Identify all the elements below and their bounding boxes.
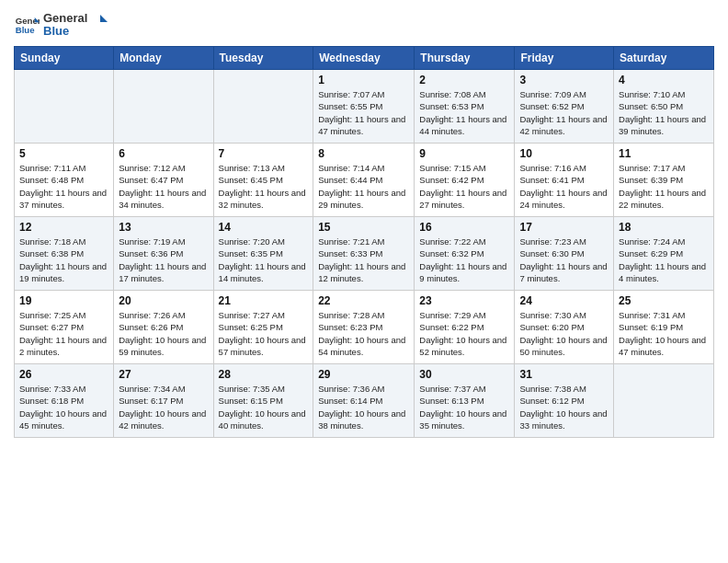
day-info: Sunrise: 7:20 AM Sunset: 6:35 PM Dayligh… xyxy=(219,236,309,284)
day-info: Sunrise: 7:16 AM Sunset: 6:41 PM Dayligh… xyxy=(519,162,609,211)
calendar-cell: 18Sunrise: 7:24 AM Sunset: 6:29 PM Dayli… xyxy=(614,217,714,291)
day-info: Sunrise: 7:08 AM Sunset: 6:53 PM Dayligh… xyxy=(419,88,509,137)
day-number: 24 xyxy=(519,294,609,307)
logo-svg: General Blue xyxy=(43,9,108,39)
day-info: Sunrise: 7:22 AM Sunset: 6:32 PM Dayligh… xyxy=(419,236,509,284)
svg-marker-6 xyxy=(100,15,108,22)
day-info: Sunrise: 7:12 AM Sunset: 6:47 PM Dayligh… xyxy=(119,162,208,211)
calendar-cell: 27Sunrise: 7:34 AM Sunset: 6:17 PM Dayli… xyxy=(114,364,213,438)
calendar-table: SundayMondayTuesdayWednesdayThursdayFrid… xyxy=(14,46,714,438)
calendar-cell: 19Sunrise: 7:25 AM Sunset: 6:27 PM Dayli… xyxy=(15,291,114,364)
calendar-cell xyxy=(114,70,213,144)
day-number: 14 xyxy=(219,221,309,234)
calendar-cell: 29Sunrise: 7:36 AM Sunset: 6:14 PM Dayli… xyxy=(313,364,415,438)
day-number: 2 xyxy=(419,74,509,86)
day-number: 26 xyxy=(19,368,108,381)
calendar-cell xyxy=(213,70,313,144)
day-info: Sunrise: 7:25 AM Sunset: 6:27 PM Dayligh… xyxy=(19,309,108,358)
day-info: Sunrise: 7:19 AM Sunset: 6:36 PM Dayligh… xyxy=(119,236,208,284)
day-number: 16 xyxy=(419,221,509,234)
day-number: 21 xyxy=(219,294,309,307)
calendar-cell: 14Sunrise: 7:20 AM Sunset: 6:35 PM Dayli… xyxy=(213,217,313,291)
calendar-cell xyxy=(614,364,714,438)
calendar-cell: 12Sunrise: 7:18 AM Sunset: 6:38 PM Dayli… xyxy=(15,217,114,291)
svg-text:Blue: Blue xyxy=(43,24,69,38)
day-number: 28 xyxy=(219,368,309,381)
day-info: Sunrise: 7:33 AM Sunset: 6:18 PM Dayligh… xyxy=(19,383,108,431)
calendar-cell: 30Sunrise: 7:37 AM Sunset: 6:13 PM Dayli… xyxy=(415,364,515,438)
day-number: 11 xyxy=(619,147,709,160)
logo: General Blue General Blue xyxy=(14,9,108,39)
day-number: 17 xyxy=(519,221,609,234)
day-number: 20 xyxy=(119,294,208,307)
day-number: 6 xyxy=(119,147,208,160)
calendar-week-row: 1Sunrise: 7:07 AM Sunset: 6:55 PM Daylig… xyxy=(15,70,714,144)
day-number: 23 xyxy=(419,294,509,307)
day-of-week-header: Saturday xyxy=(614,47,714,70)
calendar-cell: 10Sunrise: 7:16 AM Sunset: 6:41 PM Dayli… xyxy=(515,144,614,217)
calendar-cell: 17Sunrise: 7:23 AM Sunset: 6:30 PM Dayli… xyxy=(515,217,614,291)
calendar-cell: 3Sunrise: 7:09 AM Sunset: 6:52 PM Daylig… xyxy=(515,70,614,144)
day-number: 12 xyxy=(19,221,108,234)
calendar-week-row: 19Sunrise: 7:25 AM Sunset: 6:27 PM Dayli… xyxy=(15,291,714,364)
day-number: 18 xyxy=(619,221,709,234)
day-info: Sunrise: 7:14 AM Sunset: 6:44 PM Dayligh… xyxy=(318,162,409,211)
calendar-body: 1Sunrise: 7:07 AM Sunset: 6:55 PM Daylig… xyxy=(15,70,714,438)
day-number: 5 xyxy=(19,147,108,160)
calendar-cell: 11Sunrise: 7:17 AM Sunset: 6:39 PM Dayli… xyxy=(614,144,714,217)
calendar-cell: 26Sunrise: 7:33 AM Sunset: 6:18 PM Dayli… xyxy=(15,364,114,438)
calendar-cell: 6Sunrise: 7:12 AM Sunset: 6:47 PM Daylig… xyxy=(114,144,213,217)
day-info: Sunrise: 7:18 AM Sunset: 6:38 PM Dayligh… xyxy=(19,236,108,284)
calendar-cell: 25Sunrise: 7:31 AM Sunset: 6:19 PM Dayli… xyxy=(614,291,714,364)
calendar-cell: 5Sunrise: 7:11 AM Sunset: 6:48 PM Daylig… xyxy=(15,144,114,217)
day-number: 7 xyxy=(219,147,309,160)
calendar-cell: 16Sunrise: 7:22 AM Sunset: 6:32 PM Dayli… xyxy=(415,217,515,291)
calendar-cell: 31Sunrise: 7:38 AM Sunset: 6:12 PM Dayli… xyxy=(515,364,614,438)
day-number: 10 xyxy=(519,147,609,160)
day-info: Sunrise: 7:38 AM Sunset: 6:12 PM Dayligh… xyxy=(519,383,609,431)
day-info: Sunrise: 7:35 AM Sunset: 6:15 PM Dayligh… xyxy=(219,383,309,431)
day-of-week-header: Tuesday xyxy=(213,47,313,70)
day-number: 19 xyxy=(19,294,108,307)
day-info: Sunrise: 7:37 AM Sunset: 6:13 PM Dayligh… xyxy=(419,383,509,431)
calendar-cell: 1Sunrise: 7:07 AM Sunset: 6:55 PM Daylig… xyxy=(313,70,415,144)
day-info: Sunrise: 7:36 AM Sunset: 6:14 PM Dayligh… xyxy=(318,383,409,431)
calendar-cell: 22Sunrise: 7:28 AM Sunset: 6:23 PM Dayli… xyxy=(313,291,415,364)
calendar-cell xyxy=(15,70,114,144)
day-number: 8 xyxy=(318,147,409,160)
day-number: 1 xyxy=(318,74,409,86)
calendar-cell: 2Sunrise: 7:08 AM Sunset: 6:53 PM Daylig… xyxy=(415,70,515,144)
day-number: 3 xyxy=(519,74,609,86)
calendar-cell: 28Sunrise: 7:35 AM Sunset: 6:15 PM Dayli… xyxy=(213,364,313,438)
day-info: Sunrise: 7:27 AM Sunset: 6:25 PM Dayligh… xyxy=(219,309,309,358)
day-info: Sunrise: 7:29 AM Sunset: 6:22 PM Dayligh… xyxy=(419,309,509,358)
calendar-week-row: 12Sunrise: 7:18 AM Sunset: 6:38 PM Dayli… xyxy=(15,217,714,291)
day-of-week-header: Thursday xyxy=(415,47,515,70)
calendar-week-row: 5Sunrise: 7:11 AM Sunset: 6:48 PM Daylig… xyxy=(15,144,714,217)
calendar-cell: 23Sunrise: 7:29 AM Sunset: 6:22 PM Dayli… xyxy=(415,291,515,364)
day-info: Sunrise: 7:13 AM Sunset: 6:45 PM Dayligh… xyxy=(219,162,309,211)
day-info: Sunrise: 7:28 AM Sunset: 6:23 PM Dayligh… xyxy=(318,309,409,358)
day-info: Sunrise: 7:31 AM Sunset: 6:19 PM Dayligh… xyxy=(619,309,709,358)
day-of-week-header: Sunday xyxy=(15,47,114,70)
calendar-cell: 13Sunrise: 7:19 AM Sunset: 6:36 PM Dayli… xyxy=(114,217,213,291)
day-info: Sunrise: 7:30 AM Sunset: 6:20 PM Dayligh… xyxy=(519,309,609,358)
day-info: Sunrise: 7:26 AM Sunset: 6:26 PM Dayligh… xyxy=(119,309,208,358)
calendar-week-row: 26Sunrise: 7:33 AM Sunset: 6:18 PM Dayli… xyxy=(15,364,714,438)
svg-text:Blue: Blue xyxy=(16,25,35,35)
calendar-header-row: SundayMondayTuesdayWednesdayThursdayFrid… xyxy=(15,47,714,70)
day-info: Sunrise: 7:09 AM Sunset: 6:52 PM Dayligh… xyxy=(519,88,609,137)
day-number: 13 xyxy=(119,221,208,234)
day-info: Sunrise: 7:17 AM Sunset: 6:39 PM Dayligh… xyxy=(619,162,709,211)
calendar-cell: 24Sunrise: 7:30 AM Sunset: 6:20 PM Dayli… xyxy=(515,291,614,364)
day-info: Sunrise: 7:07 AM Sunset: 6:55 PM Dayligh… xyxy=(318,88,409,137)
day-of-week-header: Monday xyxy=(114,47,213,70)
calendar-cell: 7Sunrise: 7:13 AM Sunset: 6:45 PM Daylig… xyxy=(213,144,313,217)
day-number: 29 xyxy=(318,368,409,381)
day-of-week-header: Friday xyxy=(515,47,614,70)
day-info: Sunrise: 7:24 AM Sunset: 6:29 PM Dayligh… xyxy=(619,236,709,284)
day-of-week-header: Wednesday xyxy=(313,47,415,70)
day-number: 4 xyxy=(619,74,709,86)
day-info: Sunrise: 7:23 AM Sunset: 6:30 PM Dayligh… xyxy=(519,236,609,284)
day-number: 22 xyxy=(318,294,409,307)
